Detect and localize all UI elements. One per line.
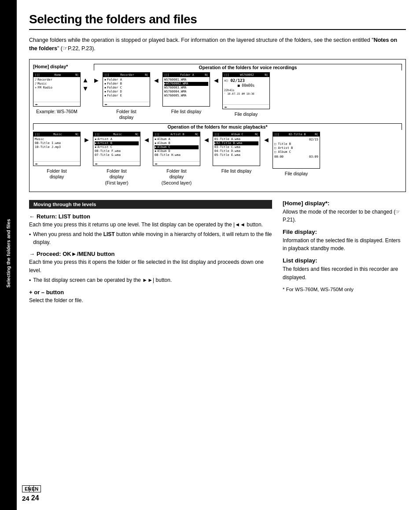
arrow-right-1: ►	[90, 77, 103, 85]
screen-row: ▪Artist A	[95, 137, 139, 141]
screen-file-display-voice: |||WS760002N| x□02/123 ■ 00m00s 22h41s '…	[222, 72, 270, 109]
screen-row: Music	[35, 137, 79, 141]
file-display-title: File display:	[283, 229, 406, 235]
screen-row: □ Artist B	[274, 146, 318, 150]
screen-row: ♪Recorder	[35, 78, 79, 82]
screen-row: ▪Folder A	[104, 78, 148, 82]
list-display-section: List display: The folders and files reco…	[283, 257, 406, 281]
screen-label-home: Example: WS-760M	[36, 109, 77, 115]
screen-row: 08-Title I.wma	[35, 141, 79, 145]
diagram-box: [Home] display* Operation of the folders…	[29, 59, 406, 192]
screen-row-selected: ►02-Title B.wma	[214, 141, 258, 145]
screen-group-music-file-list: |||Album CN| 01-Title A.wma ►02-Title B.…	[213, 132, 260, 174]
screen-body: ▪Artist A ▪Artist B ▪Artist C 08-Title F…	[93, 137, 140, 161]
arrow-left-1: ◄	[150, 77, 162, 85]
screen-group-home: |||HomeN| ♪Recorder ♪Music ✈FM Radio ◄► …	[33, 72, 81, 115]
voice-recordings-label: Operation of the folders for voice recor…	[94, 64, 402, 70]
screen-row: 00:0003:09	[274, 155, 318, 159]
return-body: Each time you press this it returns up o…	[29, 221, 272, 229]
screen-home: |||HomeN| ♪Recorder ♪Music ✈FM Radio ◄►	[33, 72, 81, 107]
screen-row: □ Album C	[274, 150, 318, 154]
screen-group-music-layer2: |||Artist BN| ▪Album A ▪Album B ▪Album C…	[153, 132, 200, 186]
screen-music-file-list: |||Album CN| 01-Title A.wma ►02-Title B.…	[213, 132, 260, 166]
return-title: ← Return: LIST button	[29, 213, 272, 220]
intro-text: Change folders while the operation is st…	[29, 36, 406, 53]
music-playbacks-label: Operation of the folders for music playb…	[33, 123, 402, 130]
screen-row: WS760004.WMA	[164, 90, 208, 94]
screen-label-music-file-list: File list display	[221, 168, 251, 174]
bottom-info: EN 24	[29, 485, 41, 502]
screen-music-layer1: |||MusicN| ▪Artist A ▪Artist B ▪Artist C…	[93, 132, 140, 166]
screen-body: x□02/123 ■ 00m00s 22h41s ' 10.07.15 AM 1…	[223, 77, 269, 104]
screen-row: ♪Music	[35, 82, 79, 86]
screen-body: Music 08-Title I.wma 10-Title J.mp3	[33, 137, 80, 161]
screen-label-file-list-voice: File list display	[171, 109, 201, 115]
screen-header: |||RecorderN|	[103, 73, 150, 77]
screen-music-file-display: |||02-Title BN| 02/15 □ Title B □ Artist…	[273, 132, 320, 169]
vertical-arrows: ▲ ▼	[81, 77, 90, 92]
screen-row: WS760003.WMA	[164, 86, 208, 90]
arrow-left-5: ◄	[260, 136, 273, 144]
screen-row: 05-Title E.wma	[214, 153, 258, 157]
screen-header: |||MusicN|	[93, 132, 140, 137]
screen-row: ▪Album B	[155, 141, 199, 145]
screen-row: ▪Folder E	[104, 94, 148, 98]
bottom-screens-row: |||MusicN| Music 08-Title I.wma 10-Title…	[33, 132, 402, 186]
screen-row: 10-Title J.mp3	[35, 145, 79, 149]
screen-row: ▪Folder C	[104, 86, 148, 90]
screen-header: |||WS760002N|	[223, 73, 269, 77]
arrow-bullet-left: ←	[29, 213, 35, 220]
arrow-bullet-right: →	[29, 251, 35, 257]
screen-label-folder-list-voice: Folder listdisplay	[116, 109, 136, 121]
bottom-content: Moving through the levels ← Return: LIST…	[29, 200, 406, 309]
list-display-title: List display:	[283, 257, 406, 264]
arrow-right-2: ►	[81, 136, 93, 144]
screen-row: ✈FM Radio	[35, 86, 79, 90]
screen-group-folder-list-voice: |||RecorderN| ▪Folder A ▪Folder B ▪Folde…	[103, 72, 150, 121]
screen-label-music-file-display: File display	[285, 171, 308, 177]
screen-label-music-layer1: Folder listdisplay(First layer)	[105, 168, 128, 186]
proceed-title: → Proceed: OK►/MENU button	[29, 251, 272, 257]
screen-row: x□02/123	[224, 78, 268, 83]
screen-group-music-root: |||MusicN| Music 08-Title I.wma 10-Title…	[33, 132, 81, 180]
screen-home-body: ♪Recorder ♪Music ✈FM Radio	[33, 77, 80, 102]
screen-group-music-layer1: |||MusicN| ▪Artist A ▪Artist B ▪Artist C…	[93, 132, 140, 186]
screen-row: 07-Title G.wma	[95, 153, 139, 157]
screen-row: WS760005.WMA	[164, 94, 208, 98]
lang-badge-bottom: EN	[29, 485, 41, 492]
screen-row: ▪Artist C	[95, 145, 139, 149]
list-display-body: The folders and files recorded in this r…	[283, 265, 406, 281]
screen-header: |||02-Title BN|	[273, 132, 320, 137]
sidebar: Selecting the folders and files EN 24	[0, 0, 17, 510]
proceed-section: → Proceed: OK►/MENU button Each time you…	[29, 251, 272, 285]
screen-group-music-file-display: |||02-Title BN| 02/15 □ Title B □ Artist…	[273, 132, 320, 177]
screen-label-music-root: Folder listdisplay	[47, 168, 67, 180]
screen-footer: ◄►	[223, 104, 269, 109]
screen-row: 03-Title C.wma	[214, 145, 258, 149]
screen-group-file-list-voice: |||Folder AN| WS760001.WMA ►WS760002.WMA…	[162, 72, 210, 115]
screen-body: ▪Folder A ▪Folder B ▪Folder C ▪Folder D …	[103, 77, 150, 102]
screen-folder-list-voice: |||RecorderN| ▪Folder A ▪Folder B ▪Folde…	[103, 72, 150, 107]
note-text: * For WS-760M, WS-750M only	[283, 286, 406, 293]
bullet-dot: •	[29, 277, 31, 285]
screen-row: 01-Title A.wma	[214, 137, 258, 141]
bottom-left: Moving through the levels ← Return: LIST…	[29, 200, 272, 309]
top-screens-row: |||HomeN| ♪Recorder ♪Music ✈FM Radio ◄► …	[33, 72, 402, 121]
screen-row: □ Title B	[274, 142, 318, 146]
page-title: Selecting the folders and files	[29, 12, 406, 30]
screen-body: 02/15 □ Title B □ Artist B □ Album C 00:…	[273, 137, 320, 168]
screen-row: 08-Title H.wma	[155, 153, 199, 157]
screen-row: ■ 00m00s	[224, 84, 268, 88]
return-bullet: • When you press and hold the LIST butto…	[29, 230, 272, 246]
section-box: Moving through the levels	[29, 200, 272, 209]
screen-row-selected: ▪Album C	[155, 145, 199, 149]
screen-header: |||Album CN|	[213, 132, 260, 137]
page-num-bottom: 24	[31, 494, 39, 502]
screen-row: ' 10.07.15 AM 10:30	[224, 92, 268, 95]
file-display-body: Information of the selected file is disp…	[283, 237, 406, 253]
screen-footer: ◄►	[93, 161, 140, 166]
screen-label-music-layer2: Folder listdisplay(Second layer)	[162, 168, 192, 186]
screen-body: 01-Title A.wma ►02-Title B.wma 03-Title …	[213, 137, 260, 166]
screen-file-list-voice: |||Folder AN| WS760001.WMA ►WS760002.WMA…	[162, 72, 210, 107]
home-display-section: [Home] display*: Allows the mode of the …	[283, 200, 406, 224]
